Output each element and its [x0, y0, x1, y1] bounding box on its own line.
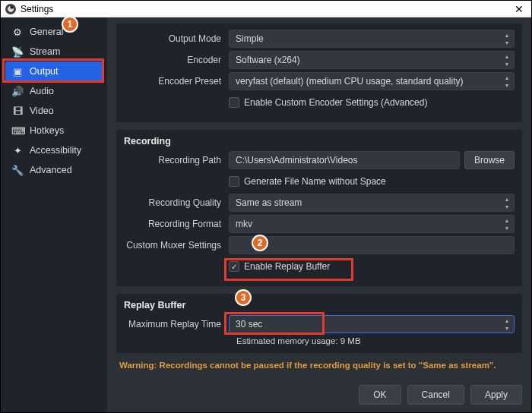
- titlebar: Settings ✕: [1, 1, 531, 17]
- chevron-down-icon[interactable]: ▼: [501, 81, 513, 89]
- sidebar-item-label: General: [30, 27, 63, 37]
- encoder-select[interactable]: Software (x264) ▲▼: [229, 51, 515, 69]
- replay-title: Replay Buffer: [124, 300, 515, 311]
- checkbox-icon: [229, 97, 239, 108]
- sidebar-item-label: Audio: [30, 86, 54, 96]
- custom-encoder-checkbox[interactable]: Enable Custom Encoder Settings (Advanced…: [229, 97, 427, 108]
- chevron-up-icon[interactable]: ▲: [501, 216, 513, 224]
- sidebar-item-advanced[interactable]: 🔧 Advanced: [5, 160, 103, 180]
- sidebar-item-hotkeys[interactable]: ⌨ Hotkeys: [5, 121, 103, 140]
- obs-icon: [5, 4, 16, 14]
- apply-button[interactable]: Apply: [470, 385, 522, 405]
- ok-button[interactable]: OK: [359, 385, 401, 405]
- muxer-label: Custom Muxer Settings: [124, 240, 229, 251]
- estimated-memory-label: Estimated memory usage: 9 MB: [236, 336, 515, 345]
- antenna-icon: 📡: [11, 46, 24, 58]
- window-title: Settings: [21, 4, 53, 14]
- encoder-label: Encoder: [124, 55, 229, 65]
- accessibility-icon: ✦: [11, 145, 24, 156]
- warning-text: Warning: Recordings cannot be paused if …: [119, 361, 519, 370]
- encoder-preset-select[interactable]: veryfast (default) (medium CPU usage, st…: [229, 72, 515, 90]
- sidebar-item-accessibility[interactable]: ✦ Accessibility: [5, 140, 103, 160]
- max-replay-input[interactable]: 30 sec ▲▼: [229, 315, 515, 333]
- streaming-section: Output Mode Simple ▲▼ Encoder Software (…: [116, 24, 522, 122]
- chevron-down-icon[interactable]: ▼: [501, 60, 513, 68]
- output-mode-label: Output Mode: [124, 33, 229, 44]
- output-mode-select[interactable]: Simple ▲▼: [229, 30, 515, 48]
- sidebar-item-label: Hotkeys: [30, 125, 64, 136]
- recording-quality-select[interactable]: Same as stream ▲▼: [229, 194, 515, 212]
- encoder-preset-label: Encoder Preset: [124, 76, 229, 87]
- recording-format-label: Recording Format: [124, 219, 229, 229]
- sidebar-item-label: Output: [30, 66, 59, 77]
- annotation-badge-3: 3: [235, 289, 252, 306]
- recording-section: Recording Recording Path C:\Users\Admini…: [116, 130, 522, 286]
- sidebar-item-audio[interactable]: 🔊 Audio: [5, 81, 103, 101]
- checkbox-icon: [229, 176, 239, 187]
- recording-title: Recording: [124, 136, 515, 147]
- sidebar-item-general[interactable]: ⚙ General: [5, 22, 103, 42]
- recording-format-select[interactable]: mkv ▲▼: [229, 215, 515, 233]
- main-panel: Output Mode Simple ▲▼ Encoder Software (…: [107, 17, 531, 412]
- sidebar-item-stream[interactable]: 📡 Stream: [5, 42, 103, 61]
- annotation-badge-1: 1: [62, 16, 78, 33]
- annotation-badge-2: 2: [252, 235, 268, 251]
- wrench-icon: 🔧: [11, 165, 24, 176]
- recording-path-label: Recording Path: [124, 155, 229, 166]
- sidebar-item-label: Video: [30, 106, 54, 116]
- chevron-up-icon[interactable]: ▲: [501, 195, 513, 203]
- sidebar-item-label: Advanced: [30, 165, 72, 175]
- checkbox-checked-icon: [229, 261, 239, 272]
- sidebar: 1 ⚙ General 📡 Stream ▣ Output 🔊 Audio 🎞 …: [1, 17, 107, 412]
- max-replay-label: Maximum Replay Time: [124, 319, 229, 329]
- keyboard-icon: ⌨: [11, 125, 24, 137]
- sidebar-item-video[interactable]: 🎞 Video: [5, 101, 103, 121]
- enable-replay-buffer-checkbox[interactable]: Enable Replay Buffer: [229, 261, 330, 272]
- chevron-up-icon[interactable]: ▲: [501, 31, 513, 39]
- cancel-button[interactable]: Cancel: [407, 385, 464, 405]
- browse-button[interactable]: Browse: [464, 151, 515, 169]
- gear-icon: ⚙: [11, 27, 24, 38]
- output-icon: ▣: [11, 66, 24, 77]
- replay-buffer-section: 3 Replay Buffer Maximum Replay Time 30 s…: [116, 294, 522, 353]
- muxer-input[interactable]: [229, 236, 515, 254]
- audio-icon: 🔊: [11, 86, 24, 97]
- close-icon[interactable]: ✕: [511, 3, 527, 15]
- chevron-up-icon[interactable]: ▲: [501, 74, 513, 81]
- nospace-checkbox[interactable]: Generate File Name without Space: [229, 176, 386, 187]
- chevron-up-icon[interactable]: ▲: [501, 317, 513, 324]
- video-icon: 🎞: [11, 106, 24, 117]
- chevron-down-icon[interactable]: ▼: [501, 39, 513, 46]
- chevron-up-icon[interactable]: ▲: [501, 52, 513, 60]
- recording-quality-label: Recording Quality: [124, 197, 229, 208]
- sidebar-item-label: Stream: [30, 46, 60, 57]
- sidebar-item-label: Accessibility: [30, 145, 81, 156]
- recording-path-input[interactable]: C:\Users\Administrator\Videos: [229, 151, 460, 169]
- footer-buttons: OK Cancel Apply: [107, 379, 531, 412]
- chevron-down-icon[interactable]: ▼: [501, 324, 513, 332]
- chevron-down-icon[interactable]: ▼: [501, 203, 513, 210]
- sidebar-item-output[interactable]: ▣ Output: [5, 61, 103, 81]
- chevron-down-icon[interactable]: ▼: [501, 224, 513, 232]
